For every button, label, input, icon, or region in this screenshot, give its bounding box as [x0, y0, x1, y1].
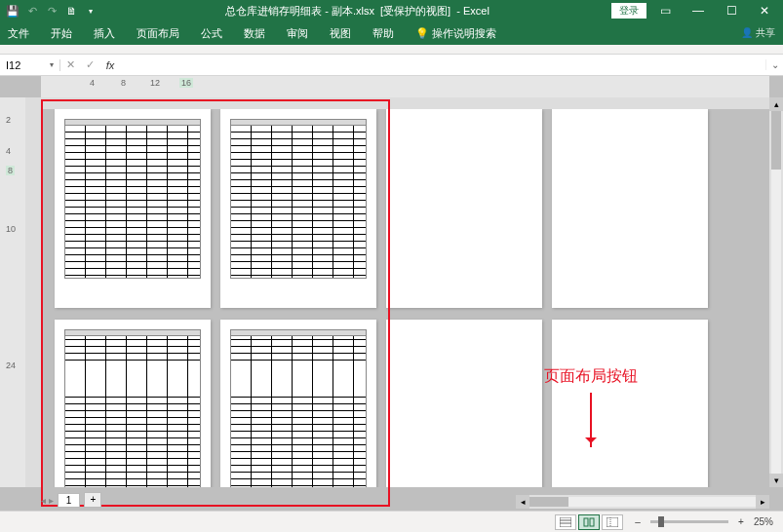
zoom-level[interactable]: 25%: [754, 516, 773, 527]
column-header-ruler[interactable]: [41, 97, 769, 109]
maximize-button[interactable]: ☐: [717, 4, 746, 18]
tab-file[interactable]: 文件: [8, 26, 29, 41]
row-header-ruler[interactable]: [25, 97, 41, 487]
page-preview[interactable]: [386, 109, 542, 308]
ribbon-collapsed-bar: [0, 45, 783, 55]
scroll-thumb[interactable]: [529, 497, 568, 507]
tab-help[interactable]: 帮助: [372, 26, 394, 41]
ruler-v-label: 2: [6, 115, 11, 125]
scroll-up-icon[interactable]: ▴: [769, 97, 783, 111]
document-name: 总仓库进销存明细表 - 副本.xlsx: [225, 5, 374, 17]
name-box-caret-icon[interactable]: ▾: [50, 60, 54, 69]
login-button[interactable]: 登录: [611, 3, 646, 19]
ruler-h-label: 12: [150, 78, 160, 88]
undo-icon[interactable]: ↶: [25, 4, 39, 18]
zoom-in-button[interactable]: +: [734, 516, 748, 527]
close-button[interactable]: ✕: [750, 4, 779, 18]
name-box[interactable]: I12 ▾: [0, 59, 60, 71]
view-switcher: [555, 514, 623, 530]
annotation-text: 页面布局按钮: [544, 367, 638, 384]
normal-view-button[interactable]: [555, 514, 576, 530]
formula-expand-icon[interactable]: ⌄: [765, 59, 783, 70]
annotation-arrow-icon: [590, 393, 592, 447]
ruler-h-label: 8: [121, 78, 126, 88]
qat-dropdown-icon[interactable]: ▾: [84, 4, 98, 18]
formula-enter-icon[interactable]: ✓: [80, 58, 99, 71]
ruler-h-label: 16: [179, 78, 193, 88]
formula-input[interactable]: [121, 55, 765, 75]
tab-insert[interactable]: 插入: [94, 26, 115, 41]
page-preview[interactable]: [55, 320, 211, 487]
zoom-control: – + 25%: [631, 516, 773, 527]
tab-data[interactable]: 数据: [244, 26, 265, 41]
ruler-v-label: 24: [6, 361, 16, 370]
svg-rect-3: [584, 518, 588, 526]
window-title: 总仓库进销存明细表 - 副本.xlsx [受保护的视图] - Excel: [103, 4, 611, 19]
app-name: Excel: [463, 5, 489, 17]
page-layout-canvas[interactable]: [41, 109, 769, 487]
sheet-add-button[interactable]: +: [84, 492, 101, 508]
minimize-button[interactable]: —: [684, 4, 713, 18]
formula-cancel-icon[interactable]: ✕: [60, 58, 80, 71]
ribbon-tabs: 文件 开始 插入 页面布局 公式 数据 审阅 视图 帮助 💡 操作说明搜索 👤 …: [0, 21, 783, 45]
sheet-tab-bar: ◂ ▸ 1 +: [41, 489, 101, 511]
scroll-left-icon[interactable]: ◂: [516, 495, 529, 509]
ribbon-options-icon[interactable]: ▭: [650, 4, 680, 18]
sheet-tab[interactable]: 1: [58, 493, 81, 508]
zoom-out-button[interactable]: –: [631, 516, 645, 527]
svg-rect-4: [590, 518, 594, 526]
svg-rect-5: [607, 517, 618, 527]
title-bar: 💾 ↶ ↷ 🗎 ▾ 总仓库进销存明细表 - 副本.xlsx [受保护的视图] -…: [0, 0, 783, 21]
share-button[interactable]: 👤 共享: [741, 26, 775, 40]
page-preview[interactable]: [386, 320, 542, 487]
page-preview[interactable]: [55, 109, 211, 308]
ruler-v-label: 8: [6, 166, 15, 175]
ruler-h-label: 4: [90, 78, 95, 88]
vertical-ruler[interactable]: 2 4 8 10 24: [0, 97, 25, 487]
page-break-view-button[interactable]: [602, 514, 623, 530]
horizontal-ruler[interactable]: 4 8 12 16: [41, 76, 769, 97]
scroll-thumb[interactable]: [771, 111, 781, 170]
redo-icon[interactable]: ↷: [45, 4, 59, 18]
share-label: 共享: [756, 27, 775, 38]
zoom-thumb[interactable]: [658, 516, 664, 527]
scroll-right-icon[interactable]: ▸: [756, 495, 769, 509]
page-preview[interactable]: [220, 320, 376, 487]
ruler-v-label: 10: [6, 224, 16, 234]
annotation-callout: 页面布局按钮: [532, 366, 649, 447]
formula-bar: I12 ▾ ✕ ✓ fx ⌄: [0, 55, 783, 76]
page-preview[interactable]: [552, 109, 708, 308]
tab-formulas[interactable]: 公式: [201, 26, 222, 41]
ruler-v-label: 4: [6, 146, 11, 156]
worksheet-area: 4 8 12 16 2 4 8 10 24 页面布局按钮 ◂ ▸ 1 + ◂ ▸: [0, 76, 783, 511]
page-layout-view-button[interactable]: [578, 514, 600, 530]
horizontal-scrollbar[interactable]: ◂ ▸: [516, 495, 769, 509]
page-preview[interactable]: [220, 109, 376, 308]
quickprint-icon[interactable]: 🗎: [64, 4, 78, 18]
zoom-slider[interactable]: [650, 520, 728, 523]
tab-review[interactable]: 审阅: [287, 26, 308, 41]
save-icon[interactable]: 💾: [6, 4, 20, 18]
tab-view[interactable]: 视图: [330, 26, 351, 41]
tell-me[interactable]: 💡 操作说明搜索: [415, 26, 496, 41]
tab-layout[interactable]: 页面布局: [137, 26, 179, 41]
protected-view-label: [受保护的视图]: [380, 5, 450, 17]
vertical-scrollbar[interactable]: ▴ ▾: [769, 97, 783, 487]
status-bar: – + 25%: [0, 511, 783, 532]
svg-rect-0: [560, 517, 571, 527]
tell-me-label: 操作说明搜索: [432, 27, 496, 39]
fx-icon[interactable]: fx: [99, 59, 121, 71]
scroll-down-icon[interactable]: ▾: [769, 474, 783, 487]
name-box-value: I12: [6, 59, 20, 71]
tab-home[interactable]: 开始: [51, 26, 72, 41]
